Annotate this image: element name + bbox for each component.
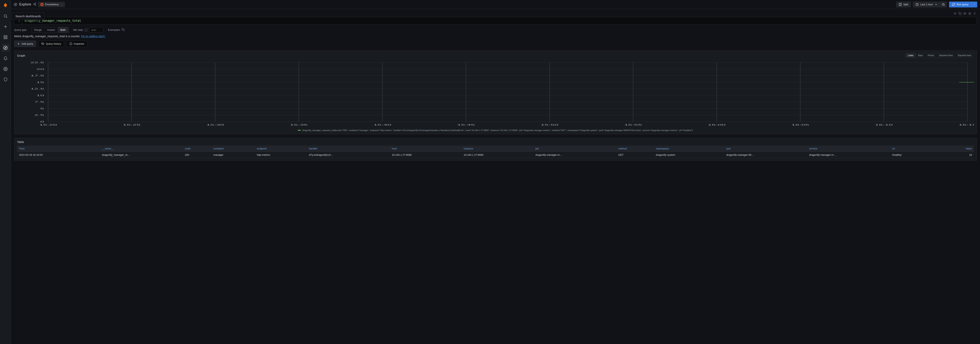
svg-text:5: 5: [40, 107, 44, 110]
chevron-down-icon[interactable]: [15, 12, 18, 15]
run-query-options-button[interactable]: [971, 2, 977, 8]
svg-marker-12: [15, 4, 16, 5]
table-header[interactable]: handler: [307, 146, 390, 152]
grafana-logo[interactable]: [2, 2, 10, 10]
exemplars-toggle-icon[interactable]: [121, 28, 125, 32]
svg-text:15:50: 15:50: [541, 124, 558, 126]
svg-rect-25: [959, 13, 961, 15]
toggle-query-icon[interactable]: [963, 12, 966, 16]
table-cell: http-metrics: [255, 152, 307, 158]
datasource-name: Prometheus: [45, 3, 59, 6]
add-query-button[interactable]: Add query: [14, 41, 36, 47]
time-range-button[interactable]: Last 1 hour: [913, 2, 940, 8]
datasource-picker[interactable]: Prometheus: [38, 2, 65, 7]
duplicate-query-icon[interactable]: [958, 12, 961, 16]
svg-text:16:10: 16:10: [875, 124, 893, 126]
admin-icon[interactable]: [2, 76, 10, 84]
table-header-row: Time__name__codecontainerendpointhandler…: [17, 146, 974, 152]
table-header[interactable]: container: [212, 146, 255, 152]
svg-line-17: [34, 3, 35, 4]
table-title: Table: [17, 140, 24, 144]
run-query-button[interactable]: Run query: [949, 2, 971, 8]
svg-text:15:35: 15:35: [290, 124, 308, 126]
page-title: Explore: [19, 2, 31, 6]
table-header[interactable]: pod: [724, 146, 807, 152]
svg-marker-9: [5, 47, 6, 48]
table-header[interactable]: job: [533, 146, 616, 152]
compass-icon: [14, 3, 17, 6]
time-picker: Last 1 hour: [913, 2, 947, 8]
svg-text:15:55: 15:55: [624, 124, 642, 126]
hint-fix-link[interactable]: Fix by adding rate().: [81, 35, 106, 38]
configuration-icon[interactable]: [2, 65, 10, 73]
chevron-down-icon: [60, 3, 63, 6]
plus-icon[interactable]: [2, 23, 10, 30]
explore-toolbar: Explore Prometheus Split Last 1 hour: [11, 0, 980, 9]
svg-point-26: [964, 13, 965, 14]
chevron-down-icon: [973, 3, 975, 5]
inspector-button[interactable]: Inspector: [67, 41, 87, 47]
explore-icon[interactable]: [2, 44, 10, 52]
table-header[interactable]: endpoint: [255, 146, 307, 152]
query-type-both[interactable]: Both: [57, 27, 68, 33]
plus-icon: [17, 42, 20, 45]
split-button[interactable]: Split: [896, 2, 911, 8]
table-header[interactable]: instance: [461, 146, 533, 152]
alerting-icon[interactable]: [2, 54, 10, 62]
svg-text:15:30: 15:30: [207, 124, 224, 126]
svg-text:16:15: 16:15: [959, 124, 974, 126]
table-header[interactable]: service: [807, 146, 890, 152]
dashboards-icon[interactable]: [2, 33, 10, 41]
query-text[interactable]: dragonfly_manager_requests_total: [22, 17, 977, 24]
table-cell: 10.244.1.27:8080: [390, 152, 461, 158]
table-header[interactable]: Time: [17, 146, 100, 152]
table-header[interactable]: namespace: [654, 146, 724, 152]
viz-lines[interactable]: Lines: [905, 53, 916, 58]
zoom-out-button[interactable]: [940, 2, 947, 8]
query-type-range[interactable]: Range: [32, 27, 45, 33]
remove-query-icon[interactable]: [968, 12, 971, 16]
table-cell: manager: [212, 152, 255, 158]
time-range-label: Last 1 hour: [920, 3, 933, 6]
svg-line-16: [34, 4, 35, 5]
viz-points[interactable]: Points: [925, 53, 937, 58]
chart-legend[interactable]: dragonfly_manager_requests_total{code="2…: [17, 129, 974, 132]
hint-text: Metric dragonfly_manager_requests_total …: [14, 35, 80, 38]
query-editor[interactable]: 1 dragonfly_manager_requests_total: [14, 17, 977, 25]
query-type-label: Query type: [14, 29, 27, 31]
table-cell: dragonfly-system: [654, 152, 724, 158]
table-header[interactable]: method: [616, 146, 654, 152]
share-icon[interactable]: [33, 3, 36, 6]
info-icon[interactable]: i: [84, 29, 88, 32]
svg-text:7.5: 7.5: [34, 101, 44, 103]
svg-rect-5: [6, 36, 7, 37]
table-header[interactable]: __name__: [100, 146, 183, 152]
info-icon: [69, 42, 72, 45]
table-header[interactable]: host: [390, 146, 461, 152]
graph-panel: Graph Lines Bars Points Stacked lines St…: [14, 51, 977, 134]
table-header[interactable]: [931, 146, 943, 152]
side-nav: Search dashboards: [0, 0, 11, 344]
table-header[interactable]: Value: [943, 146, 974, 152]
svg-text:15: 15: [36, 81, 44, 84]
viz-stacked-bars[interactable]: Stacked bars: [955, 53, 974, 58]
viz-stacked-lines[interactable]: Stacked lines: [937, 53, 955, 58]
svg-text:16:00: 16:00: [708, 124, 725, 126]
query-history-button[interactable]: Query history: [38, 41, 64, 47]
svg-text:15:40: 15:40: [374, 124, 391, 126]
table-row[interactable]: 2022-03-18 16:19:53dragonfly_manager_re……: [17, 152, 974, 158]
chart-svg[interactable]: 02.557.51012.51517.52022.515:2015:2515:3…: [17, 60, 974, 127]
viz-bars[interactable]: Bars: [916, 53, 926, 58]
viz-style-segment: Lines Bars Points Stacked lines Stacked …: [905, 53, 974, 58]
table-header[interactable]: url: [890, 146, 931, 152]
graph-title: Graph: [17, 54, 25, 57]
min-step-input[interactable]: [89, 27, 103, 33]
query-type-instant[interactable]: Instant: [45, 27, 57, 33]
drag-handle-icon[interactable]: [973, 12, 976, 16]
search-icon[interactable]: Search dashboards: [2, 12, 10, 20]
svg-rect-6: [6, 38, 7, 39]
query-hint: Metric dragonfly_manager_requests_total …: [14, 35, 977, 38]
table-header[interactable]: code: [183, 146, 212, 152]
svg-rect-4: [4, 36, 5, 37]
query-stats-icon[interactable]: [953, 12, 956, 16]
